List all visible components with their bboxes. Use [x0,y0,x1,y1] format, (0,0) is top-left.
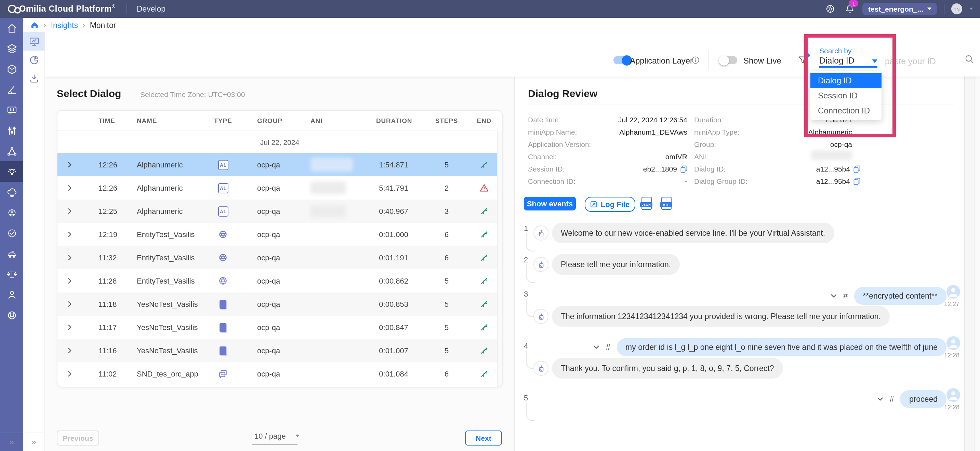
date-separator: Jul 22, 2024 [57,131,502,153]
sidebar-item-transport[interactable] [0,243,23,264]
copy-icon[interactable] [853,165,860,173]
cell-time: 12:19 [82,230,124,238]
user-message: # proceed [877,390,947,408]
copy-icon[interactable] [853,177,860,185]
ani-redacted [310,182,346,194]
copy-icon[interactable] [681,165,687,173]
rail-collapse-button[interactable]: » [23,432,45,451]
sidebar-item-layers[interactable] [0,38,23,59]
sidebar-item-insights[interactable] [0,161,23,182]
filter-funnel-icon[interactable] [797,55,808,66]
user-bubble: proceed [900,390,947,408]
search-id-input[interactable] [884,55,964,68]
table-row[interactable]: 12:19 EntityTest_Vasilis ocp-qa 0:01.000… [57,223,502,246]
previous-page-button[interactable]: Previous [57,430,99,446]
search-by-select[interactable]: Dialog ID [819,56,877,68]
bot-avatar-icon [533,226,549,241]
cell-steps: 6 [427,230,466,238]
bot-bubble: Thank you. To confirm, you said g, p, 1,… [552,358,783,379]
download-rtf-icon[interactable]: RTF [661,197,671,210]
sidebar-item-measure[interactable] [0,79,23,100]
table-scrollbar[interactable] [497,130,502,387]
expand-chevron-icon[interactable] [57,278,82,284]
end-completed-icon [466,346,502,355]
expand-chevron-icon[interactable] [57,370,82,377]
info-icon[interactable] [691,56,700,64]
page-size-select[interactable]: 10 / page [255,432,299,440]
expand-chevron-icon[interactable] [57,347,82,354]
table-row[interactable]: 12:26 Alphanumeric A1 ocp-qa 5:41.791 2 [57,176,502,200]
monitor-icon [29,36,39,47]
option-session-id[interactable]: Session ID [810,88,881,103]
rail-item-monitor[interactable] [23,32,45,51]
table-row[interactable]: 11:28 EntityTest_Vasilis ocp-qa 0:00.862… [57,269,502,292]
option-dialog-id[interactable]: Dialog ID [810,73,881,88]
search-by-value: Dialog ID [819,56,854,66]
sidebar-item-admin[interactable] [0,202,23,223]
table-row[interactable]: 11:02 SND_tes_orc_app ocp-qa 0:01.084 6 [57,362,502,385]
sidebar-item-orchestrator[interactable] [0,141,23,161]
table-row[interactable]: 11:16 YesNoTest_Vasilis ocp-qa 0:01.007 … [57,339,502,362]
timezone-label: Selected Time Zone: UTC+03:00 [140,90,245,98]
search-icon[interactable] [964,54,975,64]
hash-anchor-icon[interactable]: # [890,394,894,404]
hash-anchor-icon[interactable]: # [843,291,848,301]
rail-item-exports[interactable] [23,69,45,87]
bot-bubble: Please tell me your information. [552,254,680,275]
log-file-button[interactable]: Log File [585,197,635,212]
sidebar-item-cloud-services[interactable] [0,182,23,202]
sliders-icon [6,125,18,136]
expand-chevron-icon[interactable] [57,184,82,191]
expand-chevron-icon[interactable] [57,161,82,168]
expand-chevron-icon[interactable] [57,324,82,331]
user-avatar[interactable]: TN [951,3,962,14]
field-value: Jul 22, 2024 12:26:54 [588,113,687,126]
table-row[interactable]: 12:25 Alphanumeric A1 ocp-qa 0:40.967 3 [57,200,502,223]
sidebar-item-miniapps[interactable] [0,59,23,79]
sidebar-item-certification[interactable] [0,223,23,243]
settings-gear-icon[interactable] [824,3,837,15]
sidebar-item-dialogs[interactable] [0,100,23,120]
home-icon[interactable] [30,21,39,29]
table-row[interactable]: 11:18 YesNoTest_Vasilis ocp-qa 0:00.853 … [57,292,502,316]
field-label: Dialog Group ID: [694,177,748,185]
vertical-scrollbar[interactable] [964,76,975,451]
expand-chevron-icon[interactable] [57,208,82,214]
option-connection-id[interactable]: Connection ID [810,103,881,118]
expand-chevron-icon[interactable] [57,301,82,308]
table-row[interactable]: 11:32 EntityTest_Vasilis ocp-qa 0:01.191… [57,246,502,269]
table-row[interactable]: 12:26 Alphanumeric A1 ocp-qa 1:54.871 5 [57,153,502,176]
sidebar-item-home[interactable] [0,18,23,38]
end-completed-icon [466,299,502,309]
table-row[interactable]: 11:17 YesNoTest_Vasilis ocp-qa 0:00.847 … [57,316,502,339]
cell-name: Alphanumeric [124,184,200,192]
hash-anchor-icon[interactable]: # [606,342,610,352]
sidebar-collapse-button[interactable]: » [0,432,23,451]
account-switcher[interactable]: test_energon_... [863,3,937,15]
sidebar-item-tuning[interactable] [0,120,23,141]
notifications-bell-icon[interactable]: 1 [843,3,856,15]
end-completed-icon [466,230,502,239]
download-json-icon[interactable]: JSON [641,197,652,210]
user-avatar-icon [947,336,960,350]
breadcrumb: › Insights › Monitor [23,18,980,32]
expand-chevron-icon[interactable] [57,254,82,261]
next-page-button[interactable]: Next [465,430,502,446]
dialog-review-title: Dialog Review [528,87,597,99]
expand-chevron-down-icon[interactable] [593,344,600,351]
expand-chevron-icon[interactable] [57,231,82,238]
application-layer-toggle[interactable] [613,56,631,64]
brand-title: Omilia Cloud Platform® [19,4,116,14]
chevron-down-icon[interactable] [969,8,973,10]
show-events-button[interactable]: Show events [524,197,576,210]
user-message: # **encrypted content** [830,287,947,305]
expand-chevron-down-icon[interactable] [877,395,884,402]
sidebar-item-compliance[interactable] [0,264,23,284]
rail-item-reports[interactable] [23,51,45,69]
breadcrumb-insights[interactable]: Insights [51,21,78,29]
sidebar-item-users[interactable] [0,284,23,305]
person-icon [6,289,18,300]
show-live-toggle[interactable] [719,56,737,64]
sidebar-item-support[interactable] [0,305,23,325]
expand-chevron-down-icon[interactable] [830,292,837,299]
